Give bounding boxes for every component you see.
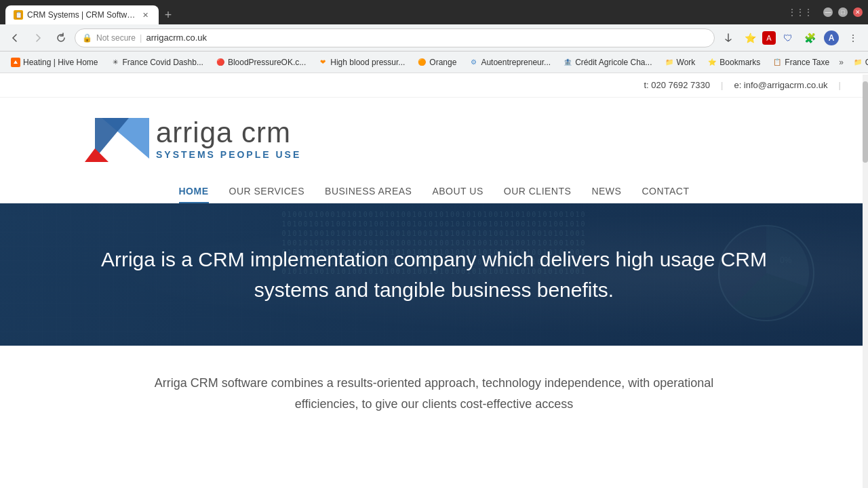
other-bookmarks[interactable]: 📁 Other bookmarks [848, 54, 868, 70]
nav-our-services[interactable]: OUR SERVICES [229, 186, 305, 203]
nav-home[interactable]: HOME [179, 186, 209, 203]
browser-toolbar: 🔒 Not secure | arrigacrm.co.uk ⭐ A 🛡 🧩 A… [0, 24, 868, 52]
sub-hero-text: Arriga CRM software combines a results-o… [122, 373, 746, 414]
bookmarks-bar: Heating | Hive Home ✳ France Covid Dashb… [0, 52, 868, 73]
bookmark-france-taxe[interactable]: 📋 France Taxe [767, 54, 835, 70]
svg-marker-2 [95, 118, 129, 159]
bookmark-work[interactable]: 📁 Work [659, 54, 701, 70]
bookmark-hive-icon [11, 58, 20, 67]
email-address: e: info@arrigacrm.co.uk [734, 80, 827, 90]
other-bookmarks-label: Other bookmarks [865, 58, 868, 67]
nav-our-clients[interactable]: OUR CLIENTS [504, 186, 572, 203]
bookmark-autoentrepreneur[interactable]: ⚙ Autoentrepreneur... [463, 54, 556, 70]
bookmark-orange[interactable]: 🟠 Orange [412, 54, 462, 70]
bookmark-bp-label: BloodPressureOK.c... [228, 58, 306, 67]
hero-banner: 0100101000101010010101001010101001010100… [0, 203, 868, 346]
bookmark-credit-agricole[interactable]: 🏦 Crédit Agricole Cha... [557, 54, 657, 70]
tab-title: CRM Systems | CRM Software | ... [27, 10, 136, 20]
sub-hero-section: Arriga CRM software combines a results-o… [0, 346, 868, 428]
scrollbar-thumb[interactable] [863, 81, 868, 163]
bookmark-high-bp-label: High blood pressur... [330, 58, 405, 67]
bookmark-star-icon[interactable]: ⭐ [741, 28, 760, 47]
extension-icon2[interactable]: 🛡 [778, 28, 797, 47]
security-icon: 🔒 [82, 33, 92, 43]
bookmark-high-bp[interactable]: ❤ High blood pressur... [313, 54, 410, 70]
refresh-button[interactable] [52, 28, 71, 47]
bookmark-hive-label: Heating | Hive Home [23, 58, 98, 67]
titlebar: 📋 CRM Systems | CRM Software | ... ✕ + ⋮… [0, 0, 868, 24]
nav-about-us[interactable]: ABOUT US [432, 186, 483, 203]
separator1: | [721, 80, 723, 90]
svg-marker-3 [85, 148, 108, 162]
bookmark-high-bp-icon: ❤ [318, 58, 328, 67]
bookmark-bookmarks[interactable]: ⭐ Bookmarks [702, 54, 766, 70]
back-button[interactable] [5, 28, 24, 47]
tab-close-button[interactable]: ✕ [140, 9, 151, 20]
bookmark-bookmarks-label: Bookmarks [719, 58, 760, 67]
other-bookmarks-icon: 📁 [853, 58, 863, 67]
close-button[interactable]: ✕ [853, 7, 863, 17]
bookmark-orange-label: Orange [429, 58, 456, 67]
address-bar[interactable]: 🔒 Not secure | arrigacrm.co.uk [75, 28, 715, 47]
profile-btn[interactable]: A [822, 28, 841, 47]
nav-news[interactable]: NEWS [591, 186, 621, 203]
logo-icon [81, 111, 156, 165]
bookmark-taxe-icon: 📋 [772, 58, 782, 67]
forward-button[interactable] [28, 28, 47, 47]
bookmark-hive[interactable]: Heating | Hive Home [5, 54, 104, 70]
nav-contact[interactable]: CONTACT [642, 186, 689, 203]
contact-bar: t: 020 7692 7330 | e: info@arrigacrm.co.… [0, 73, 868, 98]
bookmark-france-covid[interactable]: ✳ France Covid Dashb... [105, 54, 209, 70]
bookmark-auto-label: Autoentrepreneur... [481, 58, 551, 67]
tab-bar: 📋 CRM Systems | CRM Software | ... ✕ + [5, 0, 178, 24]
bookmark-ca-icon: 🏦 [563, 58, 572, 67]
new-tab-button[interactable]: + [159, 5, 178, 24]
logo-text: arriga crm SYSTEMS PEOPLE USE [156, 117, 301, 160]
security-label: Not secure [96, 33, 136, 43]
nav-business-areas[interactable]: BUSINESS AREAS [325, 186, 412, 203]
bookmark-france-covid-icon: ✳ [111, 58, 120, 67]
share-icon[interactable] [719, 28, 738, 47]
website-content: t: 020 7692 7330 | e: info@arrigacrm.co.… [0, 73, 868, 428]
bookmark-work-label: Work [677, 58, 696, 67]
extensions-btn[interactable]: 🧩 [800, 28, 819, 47]
logo-area: arriga crm SYSTEMS PEOPLE USE [0, 98, 868, 172]
bookmark-orange-icon: 🟠 [417, 58, 427, 67]
bookmark-bp[interactable]: 🔴 BloodPressureOK.c... [210, 54, 311, 70]
more-bookmarks-button[interactable]: » [836, 58, 846, 67]
window-controls: ⋮⋮⋮ — □ ✕ [788, 7, 863, 17]
bookmark-bookmarks-icon: ⭐ [707, 58, 717, 67]
bookmark-auto-icon: ⚙ [469, 58, 478, 67]
active-tab[interactable]: 📋 CRM Systems | CRM Software | ... ✕ [5, 5, 159, 24]
url-display: arrigacrm.co.uk [146, 33, 207, 43]
bookmark-france-covid-label: France Covid Dashb... [123, 58, 203, 67]
bookmark-ca-label: Crédit Agricole Cha... [575, 58, 652, 67]
menu-button[interactable]: ⋮ [844, 28, 863, 47]
navigation: HOME OUR SERVICES BUSINESS AREAS ABOUT U… [0, 172, 868, 203]
bookmark-work-icon: 📁 [665, 58, 674, 67]
logo-tagline: SYSTEMS PEOPLE USE [156, 149, 301, 160]
extension-icon1[interactable]: A [762, 31, 776, 45]
browser-window: 📋 CRM Systems | CRM Software | ... ✕ + ⋮… [0, 0, 868, 428]
svg-text:0%: 0% [780, 256, 792, 265]
logo-name: arriga crm [156, 117, 301, 149]
separator2: | [839, 80, 841, 90]
maximize-button[interactable]: □ [838, 7, 848, 17]
toolbar-actions: ⭐ A 🛡 🧩 A ⋮ [719, 28, 863, 47]
scrollbar[interactable] [863, 75, 868, 488]
logo-container[interactable]: arriga crm SYSTEMS PEOPLE USE [81, 111, 301, 165]
bookmark-taxe-label: France Taxe [785, 58, 829, 67]
tab-favicon: 📋 [14, 10, 23, 20]
phone-number: t: 020 7692 7330 [644, 80, 710, 90]
minimize-button[interactable]: — [823, 7, 833, 17]
hero-heading: Arriga is a CRM implementation company w… [95, 244, 773, 305]
bookmark-bp-icon: 🔴 [216, 58, 225, 67]
